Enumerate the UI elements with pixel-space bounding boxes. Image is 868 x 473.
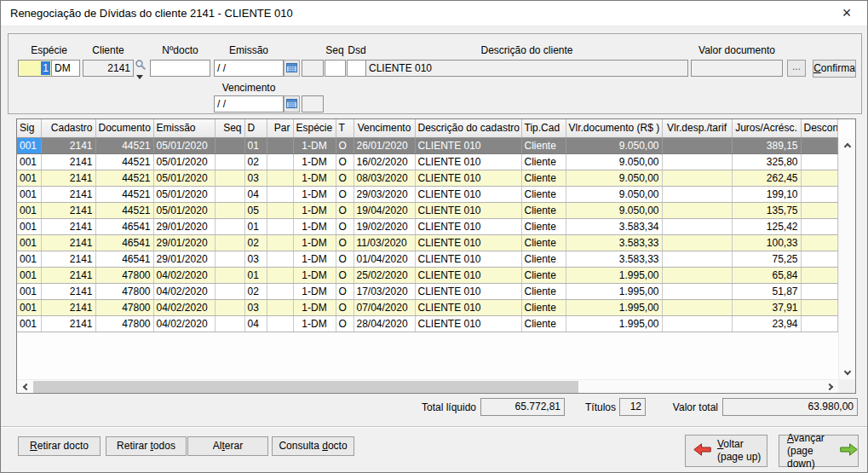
scroll-down-button[interactable] [839,366,856,379]
emissao-field[interactable]: / / [214,60,284,77]
cell-cadastro: 2141 [41,170,95,186]
column-header-vlr_documento[interactable]: Vlr.documento (R$ ) [566,119,662,137]
table-row[interactable]: 00121414780004/02/2020011-DMO25/02/2020C… [17,267,837,283]
cell-descon [801,267,837,283]
scroll-up-button[interactable] [839,138,856,152]
documents-grid: SigCadastroDocumentoEmissãoSeqDParEspéci… [16,118,856,394]
cell-seq [215,315,244,332]
title-bar: Renegociação de Dívidas do cliente 2141 … [1,1,867,26]
cell-descon [801,299,837,315]
dsd-field[interactable] [347,60,366,77]
seq-label: Seq [323,44,347,56]
cell-tip_cad: Cliente [521,137,566,153]
cell-vencimento: 26/01/2020 [354,137,415,153]
dialog-window: Renegociação de Dívidas do cliente 2141 … [0,0,868,473]
cell-descricao_cadastro: CLIENTE 010 [415,267,521,283]
horizontal-scrollbar-thumb[interactable] [33,381,578,393]
cell-descricao_cadastro: CLIENTE 010 [415,202,521,218]
browse-button[interactable]: ... [787,60,806,77]
table-row[interactable]: 00121414654129/01/2020011-DMO19/02/2020C… [17,218,837,234]
table-row[interactable]: 00121414654129/01/2020031-DMO01/04/2020C… [17,251,837,267]
cell-descon [801,170,837,186]
column-header-cadastro[interactable]: Cadastro [41,119,95,137]
cell-sig: 001 [17,202,41,218]
consulta-docto-button[interactable]: Consulta docto [272,436,354,456]
table-row[interactable]: 00121414654129/01/2020021-DMO11/03/2020C… [17,234,837,251]
column-header-d[interactable]: D [244,119,267,137]
column-header-descon[interactable]: Descon [801,119,837,137]
column-header-tip_cad[interactable]: Tip.Cad [521,119,566,137]
cell-juros_acresc: 23,94 [732,315,801,332]
ndocto-field[interactable] [150,60,210,77]
column-header-emissao[interactable]: Emissão [153,119,215,137]
table-row[interactable]: 00121414780004/02/2020041-DMO28/04/2020C… [17,315,837,332]
voltar-button[interactable]: Voltar (page up) [685,435,767,467]
column-header-sig[interactable]: Sig [17,119,41,137]
emissao-aux-field [302,60,324,77]
vencimento-calendar-button[interactable] [284,95,300,112]
cell-tip_cad: Cliente [521,218,566,234]
descricao-cliente-label: Descrição do cliente [365,44,688,56]
cell-emissao: 05/01/2020 [153,153,215,170]
cliente-field[interactable]: 2141 [83,60,134,77]
horizontal-scrollbar[interactable] [17,379,838,393]
valor-documento-label: Valor documento [691,44,783,56]
cell-t: O [336,251,354,267]
confirma-button[interactable]: Confirma [813,60,856,78]
valor-total-label: Valor total [665,401,718,413]
column-header-vlr_desp_tarif[interactable]: Vlr.desp./tarif [662,119,732,137]
close-icon[interactable]: × [833,1,860,26]
retirar-todos-button[interactable]: Retirar todos [106,436,187,456]
cell-seq [215,267,244,283]
descricao-cliente-field[interactable]: CLIENTE 010 [365,60,688,77]
cell-cadastro: 2141 [41,234,95,251]
column-header-descricao_cadastro[interactable]: Descrição do cadastro [415,119,521,137]
especie-text-field[interactable]: DM [51,60,80,77]
documents-table: SigCadastroDocumentoEmissãoSeqDParEspéci… [17,119,838,332]
column-header-vencimento[interactable]: Vencimento [354,119,415,137]
table-row[interactable]: 00121414452105/01/2020031-DMO08/03/2020C… [17,170,837,186]
calendar-icon [286,62,297,75]
search-icon[interactable] [135,59,147,72]
cell-cadastro: 2141 [41,153,95,170]
chevron-down-icon[interactable] [136,75,143,79]
cell-vlr_desp_tarif [662,153,732,170]
scroll-left-button[interactable] [17,380,32,394]
column-header-documento[interactable]: Documento [95,119,153,137]
cell-d: 01 [244,137,267,153]
emissao-calendar-button[interactable] [284,60,300,77]
valor-documento-field[interactable] [691,60,783,77]
chevron-down-icon [844,367,851,374]
especie-code-field[interactable]: 1 [18,60,52,77]
cell-vlr_documento: 1.995,00 [566,299,662,315]
alterar-button[interactable]: Alterar [187,436,268,456]
column-header-t[interactable]: T [336,119,354,137]
column-header-par[interactable]: Par [267,119,293,137]
cell-par [267,234,293,251]
cell-d: 03 [244,299,267,315]
table-row[interactable]: 00121414452105/01/2020011-DMO26/01/2020C… [17,137,837,153]
retirar-docto-button[interactable]: Retirar docto [18,436,101,456]
cell-juros_acresc: 75,25 [732,251,801,267]
table-row[interactable]: 00121414452105/01/2020051-DMO19/04/2020C… [17,202,837,218]
column-header-seq[interactable]: Seq [215,119,244,137]
cell-par [267,202,293,218]
avancar-button[interactable]: Avançar (page down) [779,435,859,467]
cell-seq [215,283,244,299]
cell-t: O [336,234,354,251]
table-row[interactable]: 00121414780004/02/2020031-DMO07/04/2020C… [17,299,837,315]
table-row[interactable]: 00121414452105/01/2020041-DMO29/03/2020C… [17,186,837,202]
vencimento-field[interactable]: / / [214,95,284,112]
table-row[interactable]: 00121414780004/02/2020021-DMO17/03/2020C… [17,283,837,299]
cell-emissao: 04/02/2020 [153,283,215,299]
column-header-especie[interactable]: Espécie [293,119,336,137]
column-header-juros_acresc[interactable]: Juros/Acrésc. [732,119,801,137]
cell-cadastro: 2141 [41,202,95,218]
cell-documento: 44521 [95,186,153,202]
cell-vencimento: 11/03/2020 [354,234,415,251]
table-row[interactable]: 00121414452105/01/2020021-DMO16/02/2020C… [17,153,837,170]
vertical-scrollbar[interactable] [838,138,855,379]
cell-descricao_cadastro: CLIENTE 010 [415,315,521,332]
seq-field[interactable] [325,60,346,77]
scroll-right-button[interactable] [823,380,838,394]
